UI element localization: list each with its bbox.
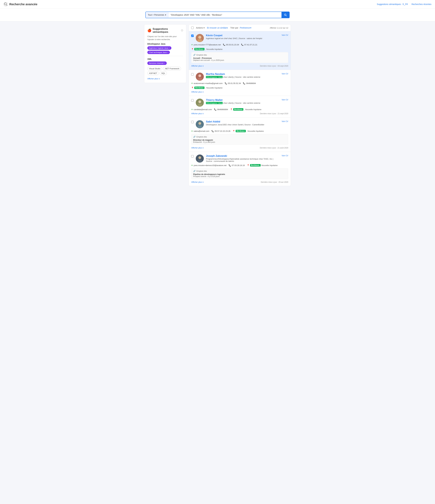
phone1-contact: 📞 07.03.28.16.16 xyxy=(229,164,245,166)
phone1-value: 05.53.01.23.34 xyxy=(226,44,239,46)
candidate-title: Développeur Java chez Liberty | Source :… xyxy=(206,102,280,104)
email-contact: ✉ yves.mouion+democv33@avature.net xyxy=(191,164,227,166)
sort-section: Trier par : Pertinence ▾ xyxy=(230,27,251,29)
tag-net-framework[interactable]: .NET Framework xyxy=(163,67,181,71)
last-update: Dernière mise à jour : 21-sept-2020 xyxy=(260,113,288,115)
search-input[interactable] xyxy=(168,12,282,18)
candidate-checkbox[interactable] xyxy=(191,35,194,37)
apple-icon: 🍎 xyxy=(147,28,151,32)
avatar xyxy=(196,34,204,42)
location-text: , Nouvelle Aquitaine xyxy=(244,108,261,111)
last-update: Dernière mise à jour : 21-août-2020 xyxy=(260,147,288,149)
tag-remove-icon[interactable]: × xyxy=(169,47,170,49)
emplois-label: Emplois liés xyxy=(196,170,207,172)
search-button[interactable] xyxy=(282,12,289,18)
location-badge: Bordeaux xyxy=(194,48,204,50)
location-text: , Nouvelle Aquitaine xyxy=(205,48,222,50)
chevron-down-icon: ▾ xyxy=(165,14,166,16)
show-more-button[interactable]: Afficher plus ∨ xyxy=(191,147,204,149)
show-more-button[interactable]: Afficher plus ∨ xyxy=(191,181,204,183)
sort-value-dropdown[interactable]: Pertinence ▾ xyxy=(240,27,251,29)
show-more-button[interactable]: Afficher plus ∨ xyxy=(147,78,160,80)
candidate-name[interactable]: Martha Nasdam xyxy=(206,72,280,76)
recent-searches-link[interactable]: Recherches récentes xyxy=(412,3,431,5)
emplois-title: Pipeline de développeurs logiciels xyxy=(193,173,286,175)
svg-point-8 xyxy=(198,74,201,77)
select-all-checkbox[interactable] xyxy=(191,27,194,29)
tag-label: Services Internet xyxy=(149,62,164,64)
tag-sql[interactable]: SQL xyxy=(160,71,167,75)
candidate-title: Développeur Java chez Liberty | Source :… xyxy=(206,76,280,78)
card-header: Martha Nasdam Développeur Java chez Libe… xyxy=(191,72,288,81)
phone2-value: 064686694 xyxy=(246,82,256,84)
candidate-checkbox[interactable] xyxy=(191,73,194,76)
candidate-checkbox[interactable] xyxy=(191,121,194,123)
search-filter-label: Tout > Personnes xyxy=(148,14,164,16)
sidebar-java-section: Développeur Java xyxy=(147,43,183,45)
tag-services-internet[interactable]: Services Internet × xyxy=(147,62,167,65)
xml-outline-tags: Visual Studio .NET Framework ASP.NET SQL xyxy=(147,67,183,75)
phone-icon: 📞 xyxy=(214,108,216,111)
sort-value-label: Pertinence xyxy=(240,27,250,29)
tag-label: Chef technique Java xyxy=(149,51,167,54)
results-section: Actions ▾ En trouver un similaire Trier … xyxy=(189,24,291,186)
see-cv-link[interactable]: Voir CV xyxy=(282,154,288,157)
results-count: Afficher 1 à 12 sur 12 xyxy=(270,27,288,29)
phone1-contact: 📞 05.53.01.23.34 xyxy=(223,44,239,46)
email-value: sabra@email.com xyxy=(194,130,209,132)
emplois-section: 🔗 Emplois liés Pipeline de développeurs … xyxy=(191,168,288,179)
tag-asp-net[interactable]: ASP.NET xyxy=(147,71,159,75)
java-highlight: Développeur Java xyxy=(206,102,223,104)
contact-row: ✉ yves.mouion+777@avature.net 📞 05.53.01… xyxy=(191,44,288,50)
tag-remove-icon[interactable]: × xyxy=(167,51,168,54)
link-icon: 🔗 xyxy=(193,170,195,172)
show-more-button[interactable]: Afficher plus ∨ xyxy=(191,65,204,67)
show-more-button[interactable]: Afficher plus ∨ xyxy=(191,91,204,93)
candidate-name[interactable]: Joseph Zakowski xyxy=(206,154,280,157)
see-cv-link[interactable]: Voir CV xyxy=(282,99,288,101)
candidate-checkbox[interactable] xyxy=(191,99,194,102)
tag-label: Ingénieur logiciel Java xyxy=(149,47,168,49)
candidate-card: Sabri Addid Développeur Java/J2EE chez U… xyxy=(189,117,291,152)
phone-icon: 📞 xyxy=(225,82,227,84)
location-icon: 📍 xyxy=(230,108,232,111)
phone2-contact: 📞 07.41.07.21.21 xyxy=(241,44,257,46)
candidate-title: Programmeur/Développeur/Spécialiste assi… xyxy=(206,158,280,162)
phone-icon: 📞 xyxy=(241,44,243,46)
see-cv-link[interactable]: Voir CV xyxy=(282,120,288,122)
search-filter-dropdown[interactable]: Tout > Personnes ▾ xyxy=(146,12,168,18)
show-more-label: Afficher plus xyxy=(147,78,158,80)
location-icon: 📍 xyxy=(232,130,235,132)
last-update: Dernière mise à jour : 03-sept-2020 xyxy=(260,65,288,67)
java-tags: Ingénieur logiciel Java × Chef technique… xyxy=(147,46,183,54)
candidate-name[interactable]: Sabri Addid xyxy=(206,120,280,123)
find-similar-button[interactable]: En trouver un similaire xyxy=(207,27,228,29)
candidate-card: Joseph Zakowski Programmeur/Développeur/… xyxy=(189,152,291,186)
chevron-down-icon: ▾ xyxy=(204,27,204,29)
card-header: Kévin Coupet Ingénieur logiciel en chef … xyxy=(191,34,288,42)
see-cv-link[interactable]: Voir CV xyxy=(282,34,288,36)
candidate-checkbox[interactable] xyxy=(191,155,194,157)
candidate-title: Ingénieur logiciel en chef chez SAIC | S… xyxy=(206,37,280,39)
link-icon: 🔗 xyxy=(193,136,195,138)
show-more-button[interactable]: Afficher plus ∨ xyxy=(191,112,204,115)
info-icon[interactable]: ⓘ xyxy=(181,29,183,32)
actions-dropdown[interactable]: Actions ▾ xyxy=(196,27,204,29)
semantic-suggestions-link[interactable]: Suggestions sémantiques : fr_FR xyxy=(377,3,408,5)
tag-remove-icon[interactable]: × xyxy=(164,62,165,64)
sort-label: Trier par : xyxy=(230,27,239,29)
email-icon: ✉ xyxy=(191,164,193,166)
page-header: Recherche avancée Suggestions sémantique… xyxy=(0,0,435,9)
tag-chef-technique-java[interactable]: Chef technique Java × xyxy=(147,51,170,54)
chevron-down-icon: ∨ xyxy=(202,65,204,67)
svg-point-6 xyxy=(197,39,202,42)
phone1-contact: 📞 05.01.55.52.34 xyxy=(225,82,241,84)
tag-visual-studio[interactable]: Visual Studio xyxy=(147,67,162,71)
see-cv-link[interactable]: Voir CV xyxy=(282,72,288,75)
email-contact: ✉ avaturemarc+martha@gmail.com xyxy=(191,82,223,84)
candidate-name[interactable]: Thierry Mallet xyxy=(206,99,280,102)
phone-icon: 📞 xyxy=(229,164,231,166)
tag-ingenieur-logiciel-java[interactable]: Ingénieur logiciel Java × xyxy=(147,46,171,50)
svg-point-12 xyxy=(197,104,202,106)
candidate-name[interactable]: Kévin Coupet xyxy=(206,34,280,37)
